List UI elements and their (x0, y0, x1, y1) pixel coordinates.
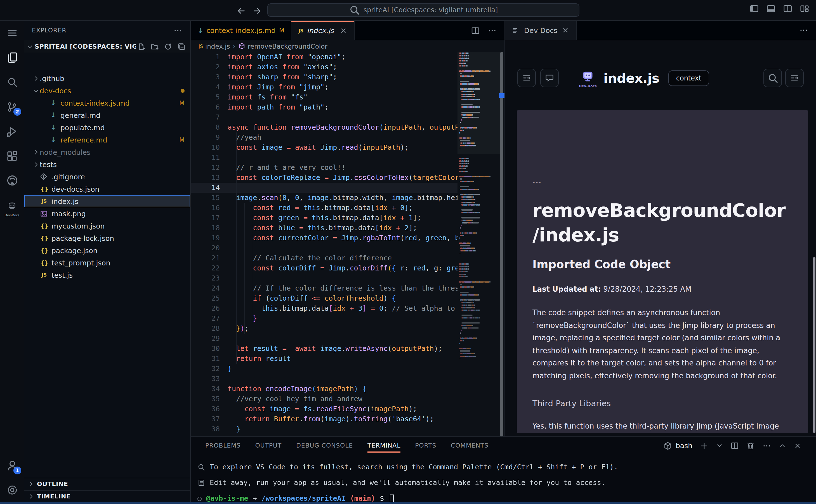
panel-tab-problems[interactable]: PROBLEMS (205, 437, 241, 454)
explorer-sidebar: EXPLORER SPRITEAI [CODESPACES: VIGI... .… (24, 21, 191, 502)
minimap-slider[interactable] (457, 52, 500, 154)
tree-item-.gitignore[interactable]: .gitignore (24, 170, 190, 183)
tree-item-dev-docs[interactable]: dev-docs (24, 84, 190, 97)
tree-item-populate.md[interactable]: ↓populate.md (24, 121, 190, 134)
refresh-icon[interactable] (164, 42, 172, 51)
devdocs-icon: , (7, 200, 17, 210)
editor-scrollbar[interactable] (500, 52, 503, 436)
tree-item-.github[interactable]: .github (24, 72, 190, 84)
line-number: 38 (191, 424, 220, 434)
timeline-label: TIMELINE (37, 493, 71, 500)
line-number: 9 (191, 132, 220, 142)
editor-tab-context-index.js.md[interactable]: ↓context-index.js.mdM (191, 21, 292, 40)
project-root-row[interactable]: SPRITEAI [CODESPACES: VIGI... (24, 40, 190, 53)
tree-item-reference.md[interactable]: ↓reference.mdM (24, 134, 190, 146)
tree-item-test_prompt.json[interactable]: {}test_prompt.json (24, 256, 190, 269)
devdocs-scrollbar[interactable] (813, 257, 815, 433)
doc-summary: The code snippet defines an asynchronous… (532, 307, 793, 382)
devdocs-tab-bar: Dev-Docs (505, 21, 816, 40)
command-center-search[interactable]: spriteAI [Codespaces: vigilant umbrella] (267, 3, 579, 17)
activity-settings-gear[interactable] (0, 478, 24, 502)
plus-icon[interactable] (700, 441, 709, 450)
tree-item-label: .gitignore (51, 172, 85, 181)
chevron-right-icon (32, 148, 40, 156)
line-text (228, 243, 459, 253)
breadcrumb-item-removeBackgroundColor[interactable]: removeBackgroundColor (238, 42, 328, 50)
editor-more-actions-icon[interactable] (488, 26, 497, 35)
doc-title: removeBackgroundColor /index.js (532, 198, 793, 248)
tree-item-mycustom.json[interactable]: {}mycustom.json (24, 220, 190, 232)
layout-grid-icon[interactable] (800, 4, 809, 13)
tree-item-label: package-lock.json (51, 234, 114, 242)
tree-item-package.json[interactable]: {}package.json (24, 244, 190, 256)
tree-item-context-index.js.md[interactable]: ↓context-index.js.mdM (24, 97, 190, 109)
activity-source-control[interactable]: 2 (0, 94, 24, 119)
project-label: SPRITEAI [CODESPACES: VIGI... (35, 43, 136, 50)
tab-label: index.js (307, 26, 334, 35)
search-button[interactable] (763, 69, 782, 87)
back-icon[interactable] (235, 4, 247, 17)
chevron-up-icon[interactable] (779, 441, 786, 450)
outline-section[interactable]: OUTLINE (24, 478, 190, 490)
panel-tab-debug-console[interactable]: DEBUG CONSOLE (296, 437, 353, 454)
split-editor-icon[interactable] (471, 26, 480, 35)
line-text (228, 334, 459, 344)
tree-item-general.md[interactable]: ↓general.md (24, 109, 190, 121)
tree-item-node_modules[interactable]: node_modules (24, 146, 190, 158)
layout-panel-icon[interactable] (766, 4, 776, 13)
close-icon[interactable] (794, 441, 801, 450)
lines-collapse-button[interactable] (785, 69, 804, 87)
timeline-section[interactable]: TIMELINE (24, 490, 190, 502)
new-folder-icon[interactable] (150, 42, 159, 51)
context-button[interactable]: context (668, 70, 709, 86)
panel-tab-output[interactable]: OUTPUT (255, 437, 281, 454)
panel-tab-terminal[interactable]: TERMINAL (367, 437, 400, 454)
activity-menu[interactable] (0, 21, 24, 45)
breadcrumb-item-index.js[interactable]: JSindex.js (198, 42, 230, 50)
activity-github[interactable] (0, 168, 24, 193)
line-number: 28 (191, 324, 220, 334)
tree-item-index.js[interactable]: JSindex.js (24, 195, 190, 207)
tree-item-tests[interactable]: tests (24, 158, 190, 170)
terminal-output[interactable]: To explore VS Code to its fullest, searc… (197, 459, 810, 504)
panel-more-actions-icon[interactable] (799, 26, 808, 35)
js-icon: JS (298, 28, 304, 33)
tab-devdocs[interactable]: Dev-Docs (505, 20, 576, 40)
tree-item-dev-docs.json[interactable]: {}dev-docs.json (24, 183, 190, 195)
code-line-28: 28 }); (191, 324, 459, 334)
activity-extensions[interactable] (0, 144, 24, 168)
layout-sidebar-left-icon[interactable] (749, 4, 759, 13)
explorer-more-actions-icon[interactable] (173, 26, 182, 35)
comment-bubble-button[interactable] (540, 69, 559, 87)
chevron-down-icon[interactable] (716, 441, 723, 450)
lines-collapse-button[interactable] (517, 69, 536, 87)
forward-icon[interactable] (251, 4, 263, 17)
editor-tab-index.js[interactable]: JSindex.js (292, 21, 355, 40)
minimap[interactable] (457, 52, 500, 436)
line-number: 15 (191, 193, 220, 203)
activity-explorer[interactable] (0, 45, 24, 70)
line-number: 4 (191, 82, 220, 92)
panel-tab-ports[interactable]: PORTS (415, 437, 436, 454)
tree-item-mask.png[interactable]: mask.png (24, 207, 190, 220)
split-icon[interactable] (730, 441, 739, 450)
close-icon[interactable] (340, 27, 347, 34)
activity-devdocs[interactable]: ,Dev-Docs (0, 193, 24, 217)
doc-card: --- removeBackgroundColor /index.js Impo… (517, 110, 808, 433)
trash-icon[interactable] (746, 441, 755, 450)
activity-account[interactable]: 1 (0, 453, 24, 478)
tree-item-test.js[interactable]: JStest.js (24, 269, 190, 281)
breadcrumb[interactable]: JSindex.js›removeBackgroundColor (191, 40, 504, 52)
new-file-icon[interactable] (137, 42, 145, 51)
tree-item-package-lock.json[interactable]: {}package-lock.json (24, 232, 190, 244)
chevron-right-icon (27, 481, 35, 488)
activity-debug[interactable] (0, 119, 24, 144)
close-icon[interactable] (561, 26, 569, 34)
terminal-shell[interactable]: bash (663, 441, 692, 450)
collapse-all-icon[interactable] (177, 42, 186, 51)
panel-tab-comments[interactable]: COMMENTS (451, 437, 488, 454)
activity-search[interactable] (0, 70, 24, 94)
layout-sidebar-right-icon[interactable] (783, 4, 793, 13)
ellipsis-icon[interactable] (762, 441, 771, 450)
terminal-prompt[interactable]: ○@avb-is-me→/workspaces/spriteAI(main)$ (197, 491, 810, 504)
